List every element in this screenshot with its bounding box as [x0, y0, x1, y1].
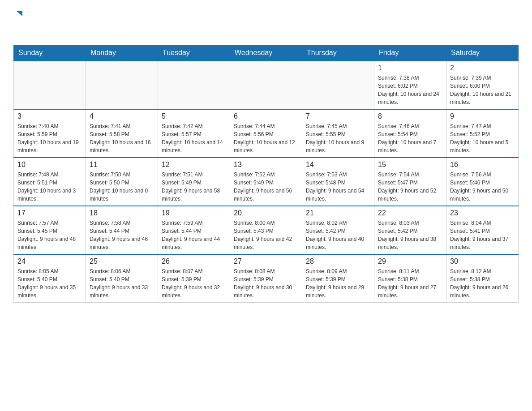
day-number: 15 — [378, 161, 442, 169]
day-number: 9 — [450, 112, 515, 120]
calendar-cell: 23Sunrise: 8:04 AMSunset: 5:41 PMDayligh… — [446, 206, 519, 254]
calendar-cell: 6Sunrise: 7:44 AMSunset: 5:56 PMDaylight… — [230, 109, 302, 158]
day-info: Sunrise: 8:12 AMSunset: 5:38 PMDaylight:… — [450, 267, 515, 300]
calendar-table: SundayMondayTuesdayWednesdayThursdayFrid… — [13, 45, 519, 303]
day-info: Sunrise: 8:06 AMSunset: 5:40 PMDaylight:… — [90, 267, 154, 300]
day-info: Sunrise: 7:44 AMSunset: 5:56 PMDaylight:… — [234, 122, 298, 154]
day-number: 10 — [17, 161, 82, 169]
day-info: Sunrise: 7:40 AMSunset: 5:59 PMDaylight:… — [17, 122, 82, 154]
calendar-week-row: 3Sunrise: 7:40 AMSunset: 5:59 PMDaylight… — [14, 109, 519, 158]
day-info: Sunrise: 7:42 AMSunset: 5:57 PMDaylight:… — [162, 122, 226, 154]
calendar-cell — [158, 61, 230, 109]
day-number: 2 — [450, 64, 515, 72]
day-of-week-header: Tuesday — [158, 45, 230, 61]
day-number: 14 — [306, 161, 370, 169]
day-info: Sunrise: 7:45 AMSunset: 5:55 PMDaylight:… — [306, 122, 370, 154]
calendar-cell: 4Sunrise: 7:41 AMSunset: 5:58 PMDaylight… — [86, 109, 158, 158]
day-info: Sunrise: 7:47 AMSunset: 5:52 PMDaylight:… — [450, 122, 515, 154]
day-info: Sunrise: 7:50 AMSunset: 5:50 PMDaylight:… — [90, 171, 154, 203]
day-number: 19 — [162, 209, 226, 217]
day-info: Sunrise: 7:46 AMSunset: 5:54 PMDaylight:… — [378, 122, 442, 154]
calendar-cell: 8Sunrise: 7:46 AMSunset: 5:54 PMDaylight… — [374, 109, 446, 158]
day-info: Sunrise: 7:56 AMSunset: 5:46 PMDaylight:… — [450, 171, 515, 203]
day-of-week-header: Friday — [374, 45, 446, 61]
calendar-week-row: 24Sunrise: 8:05 AMSunset: 5:40 PMDayligh… — [14, 254, 519, 303]
day-of-week-header: Saturday — [446, 45, 519, 61]
calendar-cell: 3Sunrise: 7:40 AMSunset: 5:59 PMDaylight… — [14, 109, 86, 158]
day-number: 26 — [162, 257, 226, 265]
day-number: 11 — [90, 161, 154, 169]
day-number: 27 — [234, 257, 298, 265]
day-info: Sunrise: 7:53 AMSunset: 5:48 PMDaylight:… — [306, 171, 370, 203]
day-info: Sunrise: 7:38 AMSunset: 6:02 PMDaylight:… — [378, 74, 442, 106]
calendar-week-row: 10Sunrise: 7:48 AMSunset: 5:51 PMDayligh… — [14, 158, 519, 206]
calendar-cell: 28Sunrise: 8:09 AMSunset: 5:39 PMDayligh… — [302, 254, 374, 303]
day-number: 20 — [234, 209, 298, 217]
day-number: 13 — [234, 161, 298, 169]
day-of-week-header: Wednesday — [230, 45, 302, 61]
day-info: Sunrise: 8:04 AMSunset: 5:41 PMDaylight:… — [450, 219, 515, 251]
day-number: 17 — [17, 209, 82, 217]
calendar-cell — [302, 61, 374, 109]
calendar-week-row: 1Sunrise: 7:38 AMSunset: 6:02 PMDaylight… — [14, 61, 519, 109]
day-info: Sunrise: 7:41 AMSunset: 5:58 PMDaylight:… — [90, 122, 154, 154]
calendar-cell: 17Sunrise: 7:57 AMSunset: 5:45 PMDayligh… — [14, 206, 86, 254]
day-number: 23 — [450, 209, 515, 217]
calendar-cell — [86, 61, 158, 109]
calendar-cell: 5Sunrise: 7:42 AMSunset: 5:57 PMDaylight… — [158, 109, 230, 158]
day-info: Sunrise: 8:11 AMSunset: 5:38 PMDaylight:… — [378, 267, 442, 300]
day-number: 28 — [306, 257, 370, 265]
day-info: Sunrise: 8:02 AMSunset: 5:42 PMDaylight:… — [306, 219, 370, 251]
day-number: 5 — [162, 112, 226, 120]
day-number: 3 — [17, 112, 82, 120]
calendar-cell: 15Sunrise: 7:54 AMSunset: 5:47 PMDayligh… — [374, 158, 446, 206]
day-info: Sunrise: 8:03 AMSunset: 5:42 PMDaylight:… — [378, 219, 442, 251]
calendar-cell: 26Sunrise: 8:07 AMSunset: 5:39 PMDayligh… — [158, 254, 230, 303]
day-of-week-header: Sunday — [14, 45, 86, 61]
calendar-cell: 29Sunrise: 8:11 AMSunset: 5:38 PMDayligh… — [374, 254, 446, 303]
day-number: 29 — [378, 257, 442, 265]
calendar-cell: 9Sunrise: 7:47 AMSunset: 5:52 PMDaylight… — [446, 109, 519, 158]
day-info: Sunrise: 8:00 AMSunset: 5:43 PMDaylight:… — [234, 219, 298, 251]
calendar-cell: 30Sunrise: 8:12 AMSunset: 5:38 PMDayligh… — [446, 254, 519, 303]
day-number: 30 — [450, 257, 515, 265]
calendar-cell: 12Sunrise: 7:51 AMSunset: 5:49 PMDayligh… — [158, 158, 230, 206]
day-number: 1 — [378, 64, 442, 72]
calendar-header-row: SundayMondayTuesdayWednesdayThursdayFrid… — [14, 45, 519, 61]
day-info: Sunrise: 7:57 AMSunset: 5:45 PMDaylight:… — [17, 219, 82, 251]
calendar-cell: 2Sunrise: 7:39 AMSunset: 6:00 PMDaylight… — [446, 61, 519, 109]
day-number: 24 — [17, 257, 82, 265]
day-info: Sunrise: 7:58 AMSunset: 5:44 PMDaylight:… — [90, 219, 154, 251]
calendar-cell: 7Sunrise: 7:45 AMSunset: 5:55 PMDaylight… — [302, 109, 374, 158]
day-info: Sunrise: 8:05 AMSunset: 5:40 PMDaylight:… — [17, 267, 82, 300]
day-number: 6 — [234, 112, 298, 120]
day-info: Sunrise: 8:07 AMSunset: 5:39 PMDaylight:… — [162, 267, 226, 300]
calendar-cell: 14Sunrise: 7:53 AMSunset: 5:48 PMDayligh… — [302, 158, 374, 206]
day-number: 8 — [378, 112, 442, 120]
day-number: 7 — [306, 112, 370, 120]
day-of-week-header: Thursday — [302, 45, 374, 61]
calendar-cell: 20Sunrise: 8:00 AMSunset: 5:43 PMDayligh… — [230, 206, 302, 254]
svg-marker-0 — [16, 11, 22, 16]
calendar-cell: 27Sunrise: 8:08 AMSunset: 5:39 PMDayligh… — [230, 254, 302, 303]
calendar-cell: 22Sunrise: 8:03 AMSunset: 5:42 PMDayligh… — [374, 206, 446, 254]
calendar-cell: 19Sunrise: 7:59 AMSunset: 5:44 PMDayligh… — [158, 206, 230, 254]
calendar-week-row: 17Sunrise: 7:57 AMSunset: 5:45 PMDayligh… — [14, 206, 519, 254]
day-info: Sunrise: 7:48 AMSunset: 5:51 PMDaylight:… — [17, 171, 82, 203]
calendar-cell: 21Sunrise: 8:02 AMSunset: 5:42 PMDayligh… — [302, 206, 374, 254]
day-info: Sunrise: 7:54 AMSunset: 5:47 PMDaylight:… — [378, 171, 442, 203]
day-info: Sunrise: 7:51 AMSunset: 5:49 PMDaylight:… — [162, 171, 226, 203]
calendar-cell — [230, 61, 302, 109]
calendar-cell — [14, 61, 86, 109]
day-info: Sunrise: 8:08 AMSunset: 5:39 PMDaylight:… — [234, 267, 298, 300]
logo-arrow-icon — [14, 9, 24, 21]
day-info: Sunrise: 8:09 AMSunset: 5:39 PMDaylight:… — [306, 267, 370, 300]
page-header — [13, 9, 519, 36]
calendar-cell: 13Sunrise: 7:52 AMSunset: 5:49 PMDayligh… — [230, 158, 302, 206]
calendar-cell: 18Sunrise: 7:58 AMSunset: 5:44 PMDayligh… — [86, 206, 158, 254]
calendar-cell: 10Sunrise: 7:48 AMSunset: 5:51 PMDayligh… — [14, 158, 86, 206]
day-info: Sunrise: 7:39 AMSunset: 6:00 PMDaylight:… — [450, 74, 515, 106]
logo — [13, 9, 24, 36]
day-of-week-header: Monday — [86, 45, 158, 61]
day-number: 18 — [90, 209, 154, 217]
